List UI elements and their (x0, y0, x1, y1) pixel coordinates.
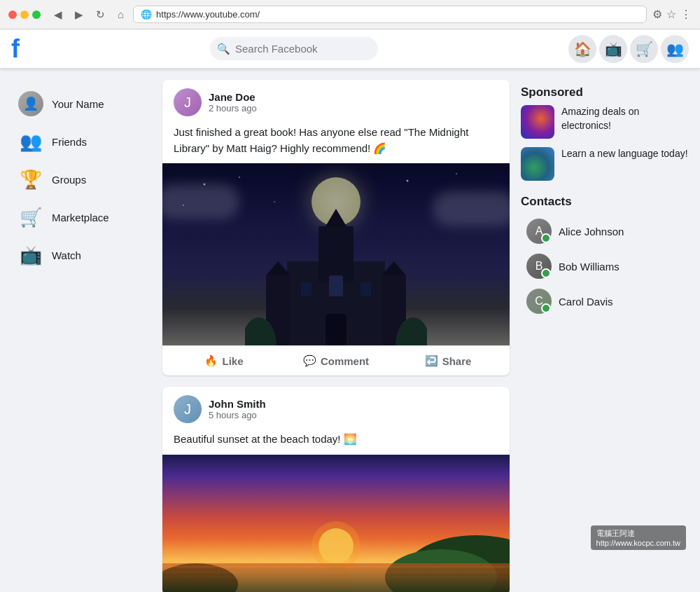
refresh-button[interactable]: ↻ (92, 7, 108, 22)
post-text-2: Beautiful sunset at the beach today! 🌅 (162, 429, 510, 455)
like-label: Like (222, 355, 243, 367)
post-author-name[interactable]: Jane Doe (209, 91, 257, 103)
sidebar-watch-label: Watch (52, 249, 81, 261)
post-author-avatar: J (174, 88, 202, 116)
sidebar-marketplace-label: Marketplace (52, 212, 109, 223)
marketplace-nav-icon[interactable]: 🛒 (630, 35, 658, 63)
contact-avatar-bob: B (526, 254, 552, 279)
address-bar[interactable]: 🌐 https://www.youtube.com/ (133, 6, 647, 23)
top-navigation: f 🔍 🏠 📺 🛒 👥 (0, 29, 700, 69)
post-author-info-2: John Smith 5 hours ago (209, 398, 266, 420)
sunset-svg (162, 455, 510, 593)
watch-icon: 📺 (18, 242, 43, 268)
post-card: J Jane Doe 2 hours ago Just finished a g… (162, 80, 510, 376)
sponsored-item-1[interactable]: Amazing deals on electronics! (521, 105, 689, 139)
sponsored-text-2: Learn a new language today! (561, 147, 688, 161)
post-header: J Jane Doe 2 hours ago (162, 80, 510, 122)
left-sidebar: 👤 Your Name 👥 Friends 🏆 Groups 🛒 (11, 80, 151, 592)
sidebar-groups-label: Groups (52, 174, 86, 186)
home-button[interactable]: ⌂ (114, 7, 127, 22)
contact-name-alice: Alice Johnson (559, 226, 624, 238)
post-text: Just finished a great book! Has anyone e… (162, 122, 510, 163)
facebook-app: f 🔍 🏠 📺 🛒 👥 👤 Your Name 👥 (0, 29, 700, 592)
url-text: https://www.youtube.com/ (156, 9, 260, 20)
contact-item-bob[interactable]: B Bob Williams (521, 249, 689, 283)
maximize-button[interactable] (32, 11, 41, 19)
contact-name-bob: Bob Williams (559, 261, 620, 273)
browser-actions: ⚙ ☆ ⋮ (652, 8, 692, 21)
sponsored-item-2[interactable]: Learn a new language today! (521, 147, 689, 181)
main-content: 👤 Your Name 👥 Friends 🏆 Groups 🛒 (0, 69, 700, 592)
post-timestamp-2: 5 hours ago (209, 410, 266, 420)
sidebar-item-friends[interactable]: 👥 Friends (11, 123, 151, 160)
back-button[interactable]: ◀ (50, 7, 66, 22)
comment-button[interactable]: 💬 Comment (280, 349, 392, 373)
traffic-lights (8, 11, 41, 19)
svg-rect-30 (162, 563, 510, 593)
sidebar-friends-label: Friends (52, 136, 87, 148)
contact-item-alice[interactable]: A Alice Johnson (521, 214, 689, 248)
watch-nav-icon[interactable]: 📺 (599, 35, 627, 63)
share-button[interactable]: ↩️ Share (392, 349, 504, 373)
search-icon: 🔍 (217, 43, 230, 55)
settings-icon[interactable]: ⚙ (652, 8, 662, 21)
contact-item-carol[interactable]: C Carol Davis (521, 284, 689, 318)
comment-icon: 💬 (303, 354, 316, 367)
contacts-section: Contacts A Alice Johnson B Bob Williams … (521, 195, 689, 318)
post-card-2: J John Smith 5 hours ago Beautiful sunse… (162, 387, 510, 592)
friends-icon: 👥 (18, 129, 43, 154)
sponsored-title: Sponsored (521, 85, 689, 99)
nav-icons: 🏠 📺 🛒 👥 (568, 35, 689, 63)
news-feed: J Jane Doe 2 hours ago Just finished a g… (162, 80, 510, 592)
post-author-avatar-2: J (174, 395, 202, 423)
browser-chrome: ◀ ▶ ↻ ⌂ 🌐 https://www.youtube.com/ ⚙ ☆ ⋮ (0, 0, 700, 29)
post-timestamp: 2 hours ago (209, 103, 257, 113)
share-label: Share (442, 355, 472, 367)
post-header-2: J John Smith 5 hours ago (162, 387, 510, 429)
bookmark-icon[interactable]: ☆ (666, 8, 676, 21)
minimize-button[interactable] (20, 11, 29, 19)
post-author-name-2[interactable]: John Smith (209, 398, 266, 410)
sidebar-item-marketplace[interactable]: 🛒 Marketplace (11, 199, 151, 235)
search-wrapper: 🔍 (210, 37, 378, 60)
contact-avatar-carol: C (526, 289, 552, 314)
sidebar-item-groups[interactable]: 🏆 Groups (11, 161, 151, 198)
post-actions: 🔥 Like 💬 Comment ↩️ Share (162, 345, 510, 376)
sidebar-profile-label: Your Name (52, 98, 104, 110)
post-image-castle (162, 163, 510, 345)
search-input[interactable] (210, 37, 378, 60)
sponsored-thumbnail-1 (521, 105, 554, 139)
castle-overlay (162, 163, 510, 345)
sidebar-item-profile[interactable]: 👤 Your Name (11, 85, 151, 122)
sidebar-item-watch[interactable]: 📺 Watch (11, 237, 151, 273)
lock-icon: 🌐 (141, 9, 152, 20)
contacts-title: Contacts (521, 195, 689, 209)
post-image-sunset (162, 455, 510, 593)
sponsored-thumbnail-2 (521, 147, 554, 181)
like-button[interactable]: 🔥 Like (168, 349, 280, 373)
forward-button[interactable]: ▶ (71, 7, 87, 22)
like-icon: 🔥 (204, 354, 218, 367)
right-sidebar: Sponsored Amazing deals on electronics! … (521, 80, 689, 592)
contact-name-carol: Carol Davis (559, 296, 613, 308)
contact-avatar-alice: A (526, 219, 552, 244)
sponsored-text-1: Amazing deals on electronics! (561, 105, 689, 132)
groups-icon: 🏆 (18, 167, 43, 192)
home-nav-icon[interactable]: 🏠 (568, 35, 596, 63)
user-avatar: 👤 (18, 91, 43, 116)
post-author-info: Jane Doe 2 hours ago (209, 91, 257, 113)
friends-nav-icon[interactable]: 👥 (661, 35, 689, 63)
comment-label: Comment (321, 355, 369, 367)
close-button[interactable] (8, 11, 17, 19)
menu-icon[interactable]: ⋮ (680, 8, 692, 21)
marketplace-icon: 🛒 (18, 205, 43, 230)
fb-logo[interactable]: f (11, 36, 20, 62)
share-icon: ↩️ (425, 354, 438, 367)
